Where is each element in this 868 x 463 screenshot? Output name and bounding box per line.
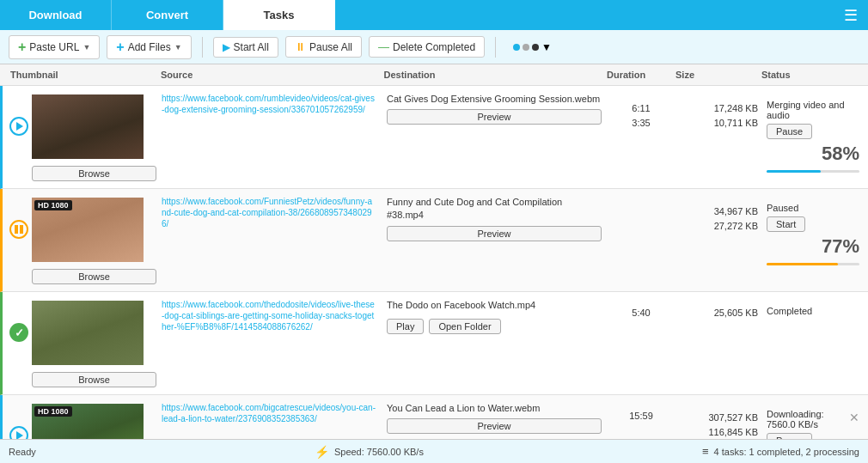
pause-icon-2[interactable] bbox=[9, 220, 28, 239]
source-col-4: https://www.facebook.com/bigcatrescue/vi… bbox=[156, 402, 382, 424]
thumbnail-area-4: HD 1080 Browse bbox=[32, 402, 156, 439]
status-bar: Ready ⚡ Speed: 7560.00 KB/s ≡ 4 tasks: 1… bbox=[0, 439, 868, 463]
size-col-2: 34,967 KB 27,272 KB bbox=[675, 196, 761, 233]
col-status: Status bbox=[758, 68, 861, 82]
size-col-3: 25,605 KB bbox=[675, 299, 761, 318]
preview-button-4[interactable]: Preview bbox=[387, 418, 602, 434]
dest-col-1: Cat Gives Dog Extensive Grooming Session… bbox=[382, 93, 607, 125]
speed-icon: ⚡ bbox=[315, 445, 329, 459]
source-url-1: https://www.facebook.com/rumblevideo/vid… bbox=[162, 93, 376, 115]
add-files-button[interactable]: + Add Files ▼ bbox=[107, 35, 191, 59]
progress-bar-wrap-1 bbox=[767, 170, 859, 173]
task-status-icon-3: ✓ bbox=[6, 299, 32, 342]
task-status-icon-2 bbox=[6, 196, 32, 239]
preview-button-2[interactable]: Preview bbox=[387, 226, 602, 241]
dest-name-2: Funny and Cute Dog and Cat Compilation #… bbox=[387, 196, 602, 222]
delete-completed-button[interactable]: — Delete Completed bbox=[369, 36, 485, 58]
size-col-4: 307,527 KB 116,845 KB bbox=[675, 402, 761, 439]
dest-col-3: The Dodo on Facebook Watch.mp4 Play Open… bbox=[382, 299, 607, 334]
duration-value-1: 6:11 3:35 bbox=[610, 101, 672, 130]
status-col-3: Completed bbox=[761, 299, 865, 316]
speed-label: Speed: 7560.00 KB/s bbox=[334, 447, 424, 457]
paste-url-dropdown-icon[interactable]: ▼ bbox=[83, 43, 90, 52]
add-files-plus-icon: + bbox=[116, 40, 124, 55]
task-status-icon-1 bbox=[6, 93, 32, 136]
thumbnail-area-2: HD 1080 Browse bbox=[32, 196, 156, 284]
tasks-area: ≡ 4 tasks: 1 completed, 2 processing bbox=[702, 445, 859, 458]
progress-bar-2 bbox=[767, 263, 838, 265]
duration-col-4: 15:59 bbox=[607, 402, 675, 421]
pause-all-button[interactable]: ⏸ Pause All bbox=[285, 36, 362, 58]
table-header: Thumbnail Source Destination Duration Si… bbox=[0, 64, 868, 86]
task-list: Browse https://www.facebook.com/rumblevi… bbox=[0, 86, 868, 439]
thumbnail-1 bbox=[32, 94, 144, 159]
paste-url-button[interactable]: + Paste URL ▼ bbox=[9, 35, 100, 59]
toolbar: + Paste URL ▼ + Add Files ▼ ▶ Start All … bbox=[0, 30, 868, 64]
dest-col-2: Funny and Cute Dog and Cat Compilation #… bbox=[382, 196, 607, 241]
tasks-icon: ≡ bbox=[702, 445, 709, 458]
start-all-icon: ▶ bbox=[223, 41, 230, 53]
browse-button-3[interactable]: Browse bbox=[32, 372, 156, 387]
delete-completed-icon: — bbox=[378, 40, 389, 53]
delete-completed-label: Delete Completed bbox=[393, 41, 475, 53]
play-button-3[interactable]: Play bbox=[387, 319, 424, 334]
preview-button-1[interactable]: Preview bbox=[387, 109, 602, 125]
thumbnail-area-1: Browse bbox=[32, 93, 156, 181]
table-row: HD 1080 Browse https://www.facebook.com/… bbox=[0, 189, 868, 292]
action-button-2[interactable]: Start bbox=[767, 216, 805, 232]
hamburger-menu[interactable]: ☰ bbox=[834, 0, 868, 30]
status-pct-2: 77% bbox=[767, 235, 859, 258]
tab-convert[interactable]: Convert bbox=[112, 0, 223, 30]
table-row: Browse https://www.facebook.com/rumblevi… bbox=[0, 86, 868, 189]
progress-bar-1 bbox=[767, 170, 821, 173]
dest-name-1: Cat Gives Dog Extensive Grooming Session… bbox=[387, 93, 602, 106]
ready-label: Ready bbox=[9, 447, 36, 457]
thumbnail-3 bbox=[32, 301, 144, 365]
start-all-label: Start All bbox=[234, 41, 269, 53]
thumbnail-2: HD 1080 bbox=[32, 198, 144, 262]
add-files-label: Add Files bbox=[128, 41, 171, 53]
tab-tasks[interactable]: Tasks bbox=[223, 0, 335, 30]
play-icon-1[interactable] bbox=[9, 117, 28, 136]
task-status-icon-4 bbox=[6, 402, 32, 439]
size-value-4: 307,527 KB 116,845 KB bbox=[679, 411, 758, 439]
dots-menu[interactable]: ▼ bbox=[506, 38, 559, 57]
size-value-3: 25,605 KB bbox=[714, 308, 758, 318]
col-destination: Destination bbox=[381, 68, 604, 82]
source-col-1: https://www.facebook.com/rumblevideo/vid… bbox=[156, 93, 382, 115]
status-text-2: Paused bbox=[767, 203, 798, 213]
source-url-3: https://www.facebook.com/thedodosite/vid… bbox=[162, 299, 376, 332]
tasks-label: 4 tasks: 1 completed, 2 processing bbox=[714, 447, 859, 457]
col-thumbnail: Thumbnail bbox=[7, 68, 157, 82]
close-button-4[interactable]: ✕ bbox=[849, 411, 859, 424]
progress-bar-wrap-2 bbox=[767, 263, 859, 265]
pause-all-label: Pause All bbox=[309, 41, 352, 53]
paste-url-label: Paste URL bbox=[29, 41, 79, 53]
action-button-4[interactable]: Pause bbox=[767, 433, 812, 439]
play-icon-4[interactable] bbox=[9, 426, 28, 439]
browse-button-1[interactable]: Browse bbox=[32, 166, 156, 181]
dest-col-4: You Can Lead a Lion to Water.webm Previe… bbox=[382, 402, 607, 434]
col-duration: Duration bbox=[603, 68, 672, 82]
table-row: ✓ Browse https://www.facebook.com/thedod… bbox=[0, 292, 868, 395]
tab-download[interactable]: Download bbox=[0, 0, 112, 30]
action-button-1[interactable]: Pause bbox=[767, 124, 812, 139]
col-source: Source bbox=[157, 68, 381, 82]
browse-button-2[interactable]: Browse bbox=[32, 269, 156, 284]
duration-value-3: 5:40 bbox=[632, 308, 650, 318]
top-nav: Download Convert Tasks ☰ bbox=[0, 0, 868, 30]
status-col-2: Paused Start 77% bbox=[761, 196, 865, 265]
plus-icon: + bbox=[18, 40, 26, 55]
size-value-1: 17,248 KB 10,711 KB bbox=[679, 101, 758, 130]
dot-1 bbox=[513, 44, 520, 51]
open-folder-button-3[interactable]: Open Folder bbox=[429, 319, 500, 334]
size-col-1: 17,248 KB 10,711 KB bbox=[675, 93, 761, 130]
start-all-button[interactable]: ▶ Start All bbox=[213, 37, 278, 58]
status-col-1: Merging video and audio Pause 58% bbox=[761, 93, 865, 173]
add-files-dropdown-icon[interactable]: ▼ bbox=[174, 43, 182, 52]
pause-all-icon: ⏸ bbox=[295, 40, 306, 53]
duration-col-3: 5:40 bbox=[607, 299, 675, 318]
col-size: Size bbox=[672, 68, 758, 82]
status-pct-1: 58% bbox=[767, 143, 859, 165]
duration-col-1: 6:11 3:35 bbox=[607, 93, 675, 130]
